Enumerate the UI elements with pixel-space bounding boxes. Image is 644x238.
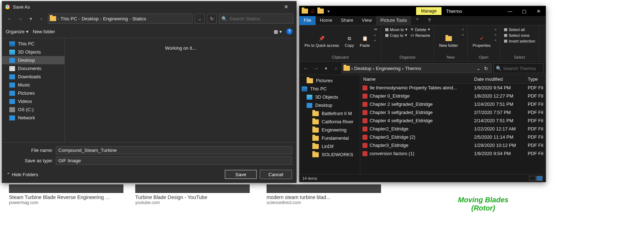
tree-pictures[interactable]: Pictures	[299, 76, 360, 85]
paste-button[interactable]: 📋Paste	[358, 27, 372, 54]
properties-button[interactable]: ✔Properties	[470, 27, 493, 54]
new-folder-button[interactable]: New folder	[437, 27, 460, 54]
details-view-button[interactable]	[529, 176, 536, 181]
tree-3d-objects[interactable]: 3D Objects	[299, 93, 360, 101]
view-options[interactable]: ▦ ▾	[274, 29, 282, 34]
tree-item[interactable]: Music	[2, 81, 64, 89]
contextual-tab[interactable]: Manage	[416, 7, 441, 15]
breadcrumb-item[interactable]: Thermo	[405, 66, 421, 71]
tree-item[interactable]: Battlefront II M	[299, 109, 360, 118]
maximize-button[interactable]: ▢	[517, 9, 531, 14]
close-button[interactable]: ✕	[531, 9, 546, 14]
filename-input[interactable]	[56, 146, 292, 154]
tree-item[interactable]: Engineering	[299, 126, 360, 134]
qat-properties-icon[interactable]: ☑	[309, 8, 316, 14]
file-row[interactable]: Chapter 0_Eldridge1/8/2020 12:27 PMPDF F…	[360, 92, 546, 100]
tree-item[interactable]: OS (C:)	[2, 105, 64, 114]
qat-dropdown[interactable]: ▾	[325, 8, 332, 14]
tab-home[interactable]: Home	[316, 16, 337, 25]
navigation-tree[interactable]: This PC3D ObjectsDesktopDocumentsDownloa…	[2, 38, 65, 142]
easy-access-button[interactable]: ▫	[462, 32, 464, 37]
up-button[interactable]: ↑	[37, 14, 46, 23]
tree-item[interactable]: Network	[2, 114, 64, 122]
history-button[interactable]: ▫	[494, 38, 497, 43]
address-bar[interactable]: › Desktop› Engineering› Thermo ⌄ ↻	[342, 63, 492, 73]
file-row[interactable]: 9e thermodynamic Property Tables abrid..…	[360, 84, 546, 92]
rename-button[interactable]: ▭ Rename	[410, 33, 431, 38]
collapse-ribbon-button[interactable]: ⌃	[411, 16, 424, 25]
tab-file[interactable]: File	[299, 16, 316, 25]
back-button[interactable]: ←	[5, 14, 14, 23]
thumbnails-view-button[interactable]	[536, 176, 543, 181]
file-row[interactable]: Chapter 4 selfgraded_Eldridge2/14/2020 7…	[360, 116, 546, 125]
tree-item[interactable]: LinDif	[299, 142, 360, 150]
tree-item[interactable]: 3D Objects	[2, 48, 64, 56]
file-row[interactable]: Chapter3_Eldridge (2)2/5/2020 11:14 PMPD…	[360, 133, 546, 141]
save-button[interactable]: Save	[225, 170, 257, 179]
edit-button[interactable]: ▫	[494, 32, 497, 37]
address-bar[interactable]: › This PC› Desktop› Engineering› Statics	[48, 14, 192, 24]
title-bar[interactable]: ☑ ▾ Manage Thermo — ▢ ✕	[299, 6, 546, 16]
address-dropdown[interactable]: ⌄	[195, 14, 205, 24]
back-button[interactable]: ←	[302, 64, 310, 73]
new-folder-button[interactable]: New folder	[33, 29, 55, 34]
tree-item[interactable]: Videos	[2, 97, 64, 105]
breadcrumb-item[interactable]: Desktop	[82, 16, 99, 21]
help-icon[interactable]: ?	[286, 28, 293, 35]
file-row[interactable]: Chapter 2 selfgraded_Eldridge1/24/2020 7…	[360, 100, 546, 108]
help-button[interactable]: ?	[424, 16, 435, 25]
tab-share[interactable]: Share	[337, 16, 358, 25]
tab-view[interactable]: View	[357, 16, 376, 25]
tree-item[interactable]: SOLIDWORKS	[299, 150, 360, 159]
tree-desktop[interactable]: Desktop	[299, 101, 360, 109]
title-bar[interactable]: Save As ✕	[2, 1, 296, 12]
address-dropdown[interactable]: ⌄	[477, 66, 480, 71]
select-none-button[interactable]: ▦ Select none	[503, 33, 536, 38]
search-box[interactable]: 🔍	[219, 14, 293, 24]
hide-folders-button[interactable]: ⌃ Hide Folders	[6, 172, 38, 177]
search-result-card[interactable]: modern steam turbine blad... sciencedire…	[267, 184, 381, 205]
select-all-button[interactable]: ▦ Select all	[503, 27, 536, 32]
forward-button[interactable]: →	[16, 14, 24, 23]
file-row[interactable]: Chapter3_Eldridge1/29/2020 10:12 PMPDF F…	[360, 141, 546, 149]
recent-dropdown[interactable]: ▾	[26, 14, 35, 23]
breadcrumb-item[interactable]: This PC	[60, 16, 77, 21]
breadcrumb-item[interactable]: Desktop	[354, 66, 371, 71]
new-item-button[interactable]: ▫	[462, 27, 464, 32]
tree-item[interactable]: Fundamental	[299, 134, 360, 142]
cancel-button[interactable]: Cancel	[260, 170, 292, 179]
tree-item[interactable]: Downloads	[2, 73, 64, 81]
move-to-button[interactable]: ▦ Move to ▾	[384, 27, 408, 32]
file-row[interactable]: Chapter 3 selfgraded_Eldridge2/7/2020 7:…	[360, 108, 546, 116]
column-name[interactable]: Name	[360, 76, 474, 82]
copy-button[interactable]: ⧉Copy	[343, 27, 356, 54]
copy-path-button[interactable]: ▫	[374, 33, 378, 38]
tree-item[interactable]: This PC	[2, 40, 64, 48]
up-button[interactable]: ↑	[332, 64, 340, 73]
search-result-card[interactable]: Steam Turbine Blade Reverse Engineering …	[9, 184, 123, 205]
tab-picture-tools[interactable]: Picture Tools	[376, 16, 411, 25]
search-result-card[interactable]: Turbine Blade Design - YouTube youtube.c…	[135, 184, 250, 205]
column-type[interactable]: Type	[528, 76, 546, 82]
file-row[interactable]: Chapter2_Eldridge1/22/2020 12:17 AMPDF F…	[360, 125, 546, 133]
search-input[interactable]	[229, 16, 291, 21]
tree-item[interactable]: Desktop	[2, 56, 64, 64]
search-box[interactable]: 🔍	[493, 63, 543, 73]
breadcrumb-item[interactable]: Engineering	[103, 16, 128, 21]
copy-to-button[interactable]: ▦ Copy to ▾	[384, 33, 408, 38]
search-input[interactable]	[503, 66, 564, 71]
tree-item[interactable]: California River	[299, 118, 360, 126]
refresh-button[interactable]: ↻	[482, 66, 490, 71]
paste-shortcut-button[interactable]: ▫	[374, 38, 378, 43]
tree-this-pc[interactable]: This PC	[299, 85, 360, 93]
savetype-select[interactable]: GIF Image	[56, 157, 292, 165]
invert-selection-button[interactable]: ▦ Invert selection	[503, 38, 536, 44]
close-button[interactable]: ✕	[279, 4, 293, 10]
delete-button[interactable]: ✕ Delete ▾	[410, 27, 431, 32]
refresh-button[interactable]: ↻	[207, 14, 217, 24]
tree-item[interactable]: Documents	[2, 64, 64, 73]
minimize-button[interactable]: —	[503, 9, 517, 14]
breadcrumb-item[interactable]: Statics	[132, 16, 146, 21]
file-row[interactable]: conversion factors (1)1/9/2020 9:54 PMPD…	[360, 149, 546, 158]
cut-button[interactable]: ✂	[374, 27, 378, 32]
